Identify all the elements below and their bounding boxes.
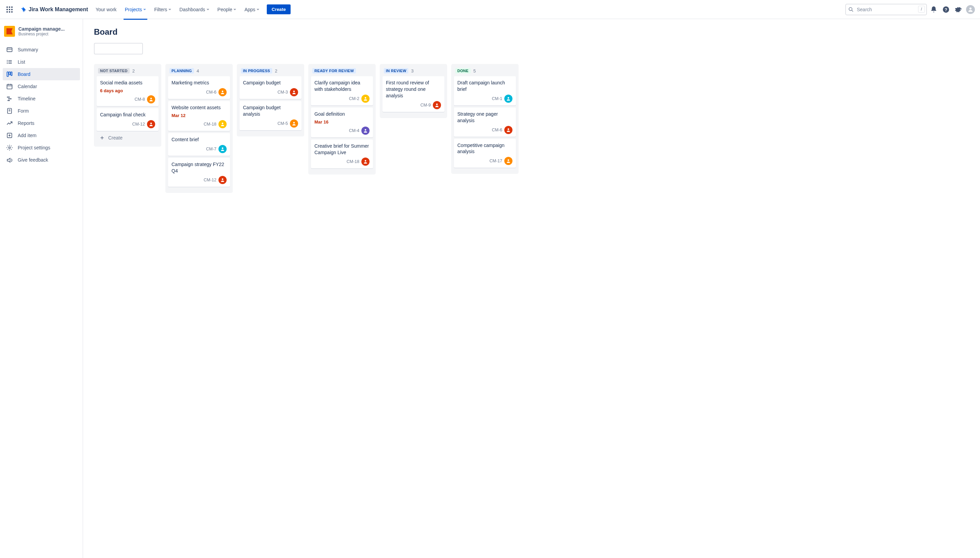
sidebar-item-form[interactable]: Form [3,105,80,117]
card-key: CM-3 [277,90,288,95]
card-title: Goal definition [314,111,369,117]
product-logo[interactable]: Jira Work Management [16,5,91,14]
board-search-input[interactable] [94,43,143,54]
board-card[interactable]: Strategy one pager analysisCM-6 [454,108,516,137]
project-header[interactable]: Campaign manage... Business project [3,26,80,41]
nav-apps[interactable]: Apps [241,4,263,15]
board-column: IN REVIEW3First round review of strategy… [380,64,447,118]
card-key: CM-8 [135,97,145,102]
nav-dashboards[interactable]: Dashboards [176,4,213,15]
assignee-avatar[interactable] [290,88,298,96]
board-card[interactable]: Campaign strategy FY22 Q4CM-12 [168,158,230,187]
assignee-avatar[interactable] [504,95,512,103]
sidebar-item-project-settings[interactable]: Project settings [3,141,80,154]
sidebar-item-board[interactable]: Board [3,68,80,80]
card-title: Campaign budget [243,80,298,86]
svg-rect-16 [7,84,12,89]
help-icon[interactable]: ? [941,4,951,15]
board-card[interactable]: Marketing metricsCM-6 [168,76,230,99]
assignee-avatar[interactable] [147,95,155,103]
sidebar-item-calendar[interactable]: Calendar [3,80,80,92]
assignee-avatar[interactable] [290,120,298,128]
svg-rect-13 [7,72,8,76]
create-button[interactable]: Create [267,5,291,14]
board-card[interactable]: Content briefCM-7 [168,133,230,156]
sidebar-item-add-item[interactable]: Add item [3,129,80,141]
assignee-avatar[interactable] [218,120,227,128]
create-issue-link[interactable]: Create [97,133,159,143]
svg-point-11 [7,62,8,62]
svg-point-39 [222,179,223,181]
column-count: 4 [197,68,199,74]
assignee-avatar[interactable] [147,120,155,128]
sidebar-item-summary[interactable]: Summary [3,44,80,56]
sidebar-item-timeline[interactable]: Timeline [3,92,80,105]
column-title: READY FOR REVIEW [312,68,356,74]
assignee-avatar[interactable] [218,176,227,184]
assignee-avatar[interactable] [361,158,369,166]
nav-people[interactable]: People [214,4,240,15]
board-card[interactable]: Campaign final checkCM-12 [97,108,159,131]
jira-icon [19,5,27,14]
sidebar-item-list[interactable]: List [3,56,80,68]
notifications-icon[interactable] [928,4,939,15]
assignee-avatar[interactable] [504,157,512,165]
svg-point-38 [222,147,223,149]
board-columns: NOT STARTED2Social media assets6 days ag… [94,64,980,193]
column-header[interactable]: READY FOR REVIEW [311,67,373,76]
card-date: Mar 16 [314,120,369,125]
card-key: CM-6 [206,90,217,95]
svg-rect-20 [7,97,10,98]
sidebar-item-reports[interactable]: Reports [3,117,80,129]
board-card[interactable]: Competitive campaign analysisCM-17 [454,139,516,168]
chevron-down-icon [168,9,171,10]
card-title: Campaign budget analysis [243,105,298,117]
nav-projects[interactable]: Projects [121,4,150,15]
board-card[interactable]: Social media assets6 days agoCM-8 [97,76,159,106]
board-card[interactable]: Clarify campaign idea with stakeholdersC… [311,76,373,105]
search-input[interactable] [845,4,927,15]
board-card[interactable]: Draft campaign launch briefCM-1 [454,76,516,105]
column-header[interactable]: IN REVIEW3 [382,67,445,76]
settings-icon[interactable] [953,4,964,15]
column-header[interactable]: IN PROGRESS2 [240,67,302,76]
assignee-avatar[interactable] [504,126,512,134]
board-column: READY FOR REVIEWClarify campaign idea wi… [308,64,376,174]
card-key: CM-17 [489,159,502,163]
svg-rect-14 [9,72,10,74]
assignee-avatar[interactable] [218,88,227,96]
column-header[interactable]: NOT STARTED2 [97,67,159,76]
board-card[interactable]: Website content assetsMar 12CM-18 [168,101,230,131]
board-card[interactable]: Campaign budget analysisCM-5 [240,101,302,130]
svg-point-0 [849,8,852,11]
board-card[interactable]: Campaign budgetCM-3 [240,76,302,99]
assignee-avatar[interactable] [361,126,369,135]
app-switcher-icon[interactable] [4,4,15,15]
card-title: Creative brief for Summer Campaign Live [314,143,369,156]
column-count: 5 [473,68,476,74]
column-header[interactable]: DONE5 [454,67,516,76]
search-shortcut-badge: / [918,6,925,13]
svg-point-36 [222,90,223,92]
card-title: Clarify campaign idea with stakeholders [314,80,369,92]
board-card[interactable]: First round review of strategy round one… [382,76,445,112]
card-key: CM-12 [132,122,145,126]
assignee-avatar[interactable] [361,95,369,103]
nav-filters[interactable]: Filters [151,4,174,15]
board-card[interactable]: Creative brief for Summer Campaign LiveC… [311,140,373,169]
nav-your-work[interactable]: Your work [92,4,120,15]
column-header[interactable]: PLANNING4 [168,67,230,76]
global-search: / [845,4,927,15]
sidebar-item-give-feedback[interactable]: Give feedback [3,154,80,166]
chevron-down-icon [256,9,259,10]
svg-point-33 [150,123,152,124]
svg-point-41 [293,122,295,123]
profile-avatar[interactable] [965,4,976,15]
assignee-avatar[interactable] [218,145,227,153]
board-card[interactable]: Goal definitionMar 16CM-4 [311,108,373,138]
card-title: Strategy one pager analysis [457,111,512,124]
svg-point-12 [7,63,8,64]
svg-point-45 [436,103,438,105]
svg-rect-22 [8,100,10,101]
assignee-avatar[interactable] [433,101,441,109]
